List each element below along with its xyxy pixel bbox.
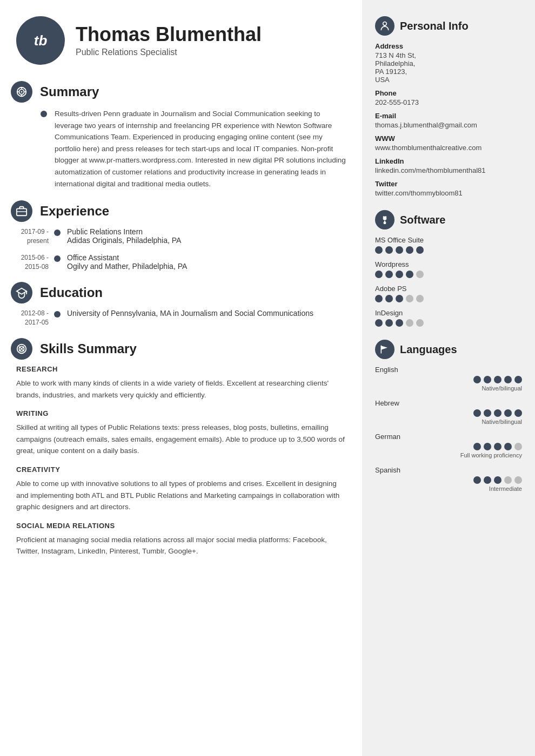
lang-dots-2: [473, 443, 522, 450]
software-section: Software MS Office SuiteWordpressAdobe P…: [375, 210, 522, 327]
skill-cat-2: CREATIVITY Able to come up with innovati…: [16, 465, 346, 513]
experience-section: Experience 2017-09 - present Public Rela…: [11, 200, 346, 271]
lang-dot: [514, 376, 522, 383]
person-icon: [379, 21, 390, 31]
lang-dot: [514, 443, 522, 450]
skill-cat-name-3: SOCIAL MEDIA RELATIONS: [16, 522, 346, 530]
software-dot: [375, 295, 383, 302]
lang-dots-wrap-1: Native/bilingual: [375, 409, 522, 425]
experience-header: Experience: [11, 200, 346, 222]
lang-level-0: Native/bilingual: [482, 385, 522, 392]
skill-cat-1: WRITING Skilled at writing all types of …: [16, 409, 346, 457]
lang-dot: [473, 409, 481, 417]
exp-content-0: Public Relations Intern Adidas Originals…: [67, 227, 181, 245]
software-dots-1: [375, 271, 522, 278]
software-dots-3: [375, 319, 522, 327]
languages-header: Languages: [375, 340, 522, 359]
software-dots-0: [375, 246, 522, 254]
software-header: Software: [375, 210, 522, 230]
exp-dot-1: [54, 255, 61, 262]
info-label-linkedin: LinkedIn: [375, 157, 522, 165]
experience-item: 2015-06 - 2015-08 Office Assistant Ogilv…: [11, 253, 346, 272]
info-value-address: 713 N 4th St, Philadelphia, PA 19123, US…: [375, 51, 522, 84]
exp-dot-0: [54, 230, 61, 236]
svg-rect-7: [17, 209, 26, 216]
lang-level-3: Intermediate: [489, 485, 522, 492]
lang-dot: [494, 476, 501, 484]
info-field-linkedin: LinkedIn linkedin.com/me/thomblumenthal8…: [375, 157, 522, 174]
lang-dots-wrap-2: Full working proficiency: [375, 443, 522, 458]
software-name-1: Wordpress: [375, 260, 522, 268]
summary-section: Summary Results-driven Penn graduate in …: [11, 81, 346, 190]
info-field-twitter: Twitter twitter.com/thommybloom81: [375, 180, 522, 197]
lang-dots-3: [473, 476, 522, 484]
lang-dot: [504, 476, 512, 484]
software-title: Software: [400, 214, 445, 226]
software-icon: [375, 210, 394, 230]
experience-entries: 2017-09 - present Public Relations Inter…: [11, 227, 346, 271]
briefcase-icon: [16, 205, 28, 217]
software-dot: [406, 319, 413, 327]
lang-level-1: Native/bilingual: [482, 418, 522, 425]
skill-cat-name-1: WRITING: [16, 409, 346, 417]
lang-dot: [473, 443, 481, 450]
language-item: SpanishIntermediate: [375, 466, 522, 492]
education-section: Education 2012-08 - 2017-05 University o…: [11, 282, 346, 327]
language-item: HebrewNative/bilingual: [375, 399, 522, 425]
lang-dot: [473, 376, 481, 383]
software-dot: [385, 271, 393, 278]
info-label-www: WWW: [375, 134, 522, 143]
edu-title-0: University of Pennsylvania, MA in Journa…: [67, 309, 313, 318]
software-dot: [375, 271, 383, 278]
edu-date-0: 2012-08 - 2017-05: [11, 309, 54, 327]
software-dot: [416, 246, 424, 254]
software-name-3: InDesign: [375, 309, 522, 317]
job-sub-0: Adidas Originals, Philadelphia, PA: [67, 236, 181, 245]
software-dot: [375, 319, 383, 327]
software-dot: [385, 246, 393, 254]
software-dot: [385, 319, 393, 327]
software-name-0: MS Office Suite: [375, 236, 522, 244]
header-section: tb Thomas Blumenthal Public Relations Sp…: [11, 16, 346, 65]
software-dot: [396, 246, 403, 254]
candidate-name: Thomas Blumenthal: [76, 24, 262, 45]
skills-header: Skills Summary: [11, 338, 346, 360]
skill-cat-3: SOCIAL MEDIA RELATIONS Proficient at man…: [16, 522, 346, 557]
skill-cat-text-2: Able to come up with innovative solution…: [16, 478, 346, 513]
skill-cat-text-0: Able to work with many kinds of clients …: [16, 377, 346, 401]
info-label-twitter: Twitter: [375, 180, 522, 188]
summary-text: Results-driven Penn graduate in Journali…: [55, 108, 346, 190]
software-name-2: Adobe PS: [375, 285, 522, 293]
avatar: tb: [16, 16, 65, 65]
skills-circle-icon: [16, 343, 28, 355]
job-sub-1: Ogilvy and Mather, Philadelphia, PA: [67, 262, 187, 271]
summary-body: Results-driven Penn graduate in Journali…: [41, 108, 346, 190]
languages-section: Languages EnglishNative/bilingualHebrewN…: [375, 340, 522, 492]
lang-level-2: Full working proficiency: [460, 452, 522, 458]
flag-icon: [379, 344, 390, 355]
language-item: GermanFull working proficiency: [375, 433, 522, 458]
header-text: Thomas Blumenthal Public Relations Speci…: [76, 24, 262, 57]
software-item: InDesign: [375, 309, 522, 327]
software-dot: [375, 246, 383, 254]
info-field-phone: Phone 202-555-0173: [375, 89, 522, 106]
graduation-icon: [16, 287, 28, 299]
lang-dots-1: [473, 409, 522, 417]
lang-dot: [473, 476, 481, 484]
software-items: MS Office SuiteWordpressAdobe PSInDesign: [375, 236, 522, 327]
info-field-address: Address 713 N 4th St, Philadelphia, PA 1…: [375, 42, 522, 84]
software-dot: [396, 295, 403, 302]
education-icon: [11, 282, 32, 303]
skill-cat-0: RESEARCH Able to work with many kinds of…: [16, 365, 346, 401]
personal-info-title: Personal Info: [400, 20, 469, 32]
summary-dot: [41, 111, 47, 117]
experience-title: Experience: [40, 204, 109, 219]
info-field-email: E-mail thomas.j.blumenthal@gmail.com: [375, 112, 522, 129]
lang-dots-0: [473, 376, 522, 383]
target-icon: [16, 86, 28, 98]
svg-point-2: [21, 91, 23, 93]
sidebar: Personal Info Address 713 N 4th St, Phil…: [362, 0, 535, 756]
experience-item: 2017-09 - present Public Relations Inter…: [11, 227, 346, 246]
lang-name-1: Hebrew: [375, 399, 522, 407]
skills-body: RESEARCH Able to work with many kinds of…: [16, 365, 346, 557]
